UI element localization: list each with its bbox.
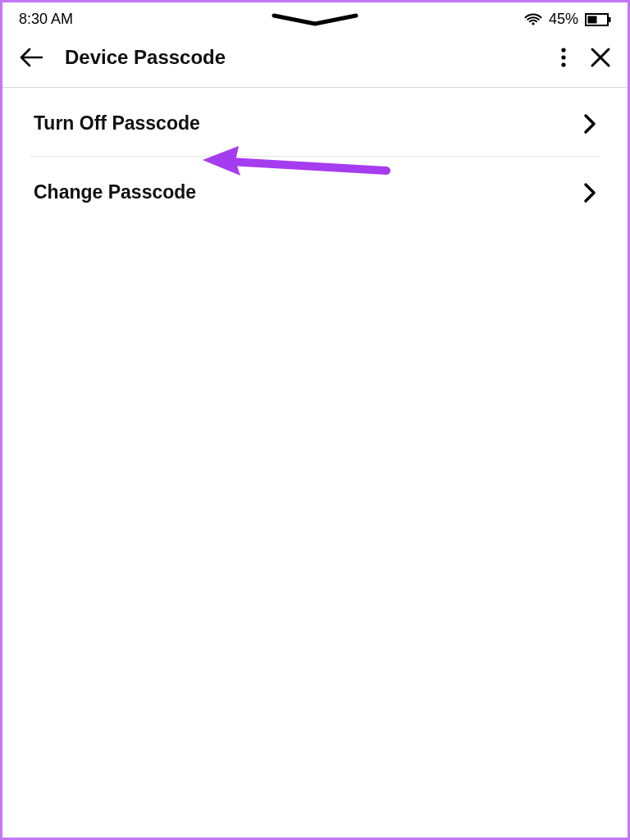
svg-rect-1 — [588, 16, 597, 23]
status-time: 8:30 AM — [19, 11, 73, 28]
page-title: Device Passcode — [65, 46, 560, 69]
svg-point-3 — [561, 48, 565, 52]
close-button[interactable] — [590, 47, 611, 68]
page-header: Device Passcode — [2, 31, 628, 88]
change-passcode-item[interactable]: Change Passcode — [30, 156, 600, 225]
svg-rect-2 — [609, 17, 611, 22]
settings-list: Turn Off Passcode Change Passcode — [2, 88, 628, 225]
swipe-down-handle[interactable] — [270, 12, 360, 30]
status-right: 45% — [524, 11, 611, 28]
turn-off-passcode-item[interactable]: Turn Off Passcode — [30, 88, 600, 156]
battery-percentage: 45% — [549, 11, 578, 28]
chevron-right-icon — [583, 182, 596, 203]
back-button[interactable] — [19, 47, 48, 68]
list-item-label: Turn Off Passcode — [34, 112, 200, 135]
wifi-icon — [524, 12, 542, 27]
battery-icon — [585, 12, 611, 27]
svg-point-4 — [561, 55, 565, 59]
overflow-menu-button[interactable] — [560, 47, 567, 68]
list-item-label: Change Passcode — [34, 181, 196, 203]
svg-point-5 — [561, 62, 565, 66]
chevron-right-icon — [583, 113, 596, 135]
